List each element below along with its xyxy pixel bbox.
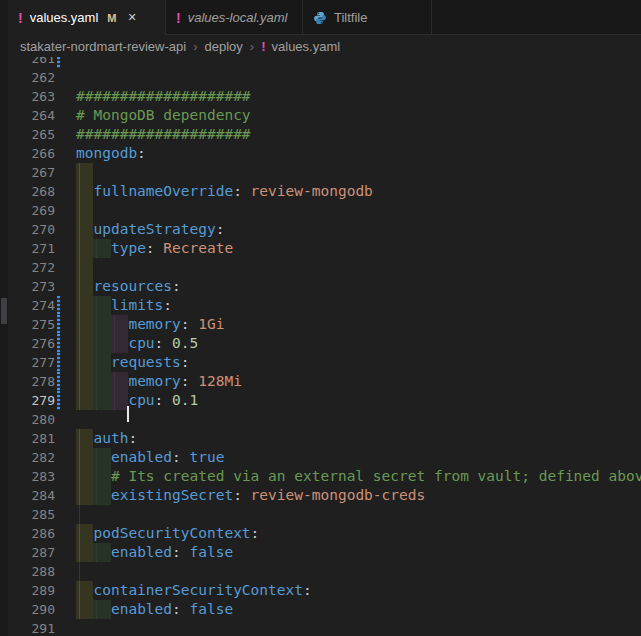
tab-values.yaml[interactable]: !values.yamlM✕ <box>8 0 166 35</box>
line-number: 275 <box>0 315 55 334</box>
code-line-278[interactable]: 278 memory: 128Mi <box>0 372 641 391</box>
code-line-272[interactable]: 272 <box>0 258 641 277</box>
code-token: podSecurityContext <box>93 525 250 541</box>
line-number: 287 <box>0 543 55 562</box>
code-line-286[interactable]: 286 podSecurityContext: <box>0 524 641 543</box>
line-number: 285 <box>0 505 55 524</box>
line-content: type: Recreate <box>76 239 233 258</box>
indent-highlight <box>76 524 93 543</box>
code-token: limits <box>111 297 163 313</box>
code-token: : <box>303 582 312 598</box>
code-line-276[interactable]: 276 cpu: 0.5 <box>0 334 641 353</box>
gutter-spacer <box>57 619 60 636</box>
gutter-spacer <box>57 258 60 277</box>
code-token: : <box>163 297 172 313</box>
indent-highlight <box>93 239 110 258</box>
gutter-spacer <box>57 201 60 220</box>
code-token: 0.5 <box>163 335 198 351</box>
line-content <box>76 562 80 581</box>
code-line-267[interactable]: 267 <box>0 163 641 182</box>
tab-label: Tiltfile <box>334 10 367 25</box>
code-token: : <box>128 430 137 446</box>
code-line-269[interactable]: 269 <box>0 201 641 220</box>
code-token: : <box>172 449 181 465</box>
code-line-264[interactable]: 264# MongoDB dependency <box>0 106 641 125</box>
code-line-290[interactable]: 290 enabled: false <box>0 600 641 619</box>
line-number: 273 <box>0 277 55 296</box>
code-line-262[interactable]: 262 <box>0 68 641 87</box>
line-number: 276 <box>0 334 55 353</box>
code-line-274[interactable]: 274 limits: <box>0 296 641 315</box>
breadcrumb-label: stakater-nordmart-review-api <box>20 39 186 54</box>
modified-line-indicator <box>57 353 60 372</box>
line-content: # Its created via an external secret fro… <box>76 467 641 486</box>
code-line-288[interactable]: 288 <box>0 562 641 581</box>
line-content: requests: <box>76 353 190 372</box>
code-token: # Its created via an external secret fro… <box>111 468 641 484</box>
code-token: fullnameOverride <box>93 183 233 199</box>
line-content: fullnameOverride: review-mongodb <box>76 182 373 201</box>
code-token: : <box>216 221 225 237</box>
line-content: # MongoDB dependency <box>76 106 251 125</box>
line-content <box>76 505 80 524</box>
code-line-281[interactable]: 281 auth: <box>0 429 641 448</box>
gutter-spacer <box>57 600 60 619</box>
breadcrumb-item-deploy[interactable]: deploy <box>205 39 243 54</box>
code-token: Recreate <box>155 240 234 256</box>
modified-line-indicator <box>57 391 60 410</box>
indent-highlight <box>93 334 110 353</box>
code-line-291[interactable]: 291 <box>0 619 641 636</box>
code-line-285[interactable]: 285 <box>0 505 641 524</box>
code-token: : <box>251 525 260 541</box>
breadcrumb-item-stakater-nordmart-review-api[interactable]: stakater-nordmart-review-api <box>20 39 186 54</box>
indent-highlight <box>93 448 110 467</box>
code-line-275[interactable]: 275 memory: 1Gi <box>0 315 641 334</box>
close-icon[interactable]: ✕ <box>127 11 136 24</box>
line-number: 286 <box>0 524 55 543</box>
line-number: 269 <box>0 201 55 220</box>
line-number: 283 <box>0 467 55 486</box>
code-token: #################### <box>76 88 251 104</box>
code-line-261[interactable]: 261 <box>0 57 641 68</box>
code-line-280[interactable]: 280 <box>0 410 641 429</box>
indent-highlight <box>111 372 128 391</box>
line-content: enabled: true <box>76 448 224 467</box>
code-line-279[interactable]: 279 cpu: 0.1 <box>0 391 641 410</box>
code-line-273[interactable]: 273 resources: <box>0 277 641 296</box>
code-line-266[interactable]: 266mongodb: <box>0 144 641 163</box>
code-line-270[interactable]: 270 updateStrategy: <box>0 220 641 239</box>
code-line-283[interactable]: 283 # Its created via an external secret… <box>0 467 641 486</box>
code-line-263[interactable]: 263#################### <box>0 87 641 106</box>
code-line-289[interactable]: 289 containerSecurityContext: <box>0 581 641 600</box>
indent-highlight <box>76 182 93 201</box>
code-token: : <box>137 145 146 161</box>
line-content: enabled: false <box>76 600 233 619</box>
indent-highlight <box>76 220 93 239</box>
code-token: existingSecret <box>111 487 233 503</box>
tab-Tiltfile[interactable]: Tiltfile <box>303 0 432 35</box>
indent-highlight <box>76 429 93 448</box>
indent-highlight <box>76 600 93 619</box>
tab-values-local.yaml[interactable]: !values-local.yaml <box>166 0 303 35</box>
line-number: 264 <box>0 106 55 125</box>
indent-highlight <box>93 372 110 391</box>
code-token: true <box>181 449 225 465</box>
line-number: 284 <box>0 486 55 505</box>
gutter-spacer <box>57 448 60 467</box>
code-line-265[interactable]: 265#################### <box>0 125 641 144</box>
left-scrollbar[interactable] <box>0 0 8 636</box>
indent-highlight <box>76 258 93 277</box>
code-line-271[interactable]: 271 type: Recreate <box>0 239 641 258</box>
code-line-282[interactable]: 282 enabled: true <box>0 448 641 467</box>
scrollbar-thumb[interactable] <box>1 298 7 324</box>
code-line-287[interactable]: 287 enabled: false <box>0 543 641 562</box>
code-line-284[interactable]: 284 existingSecret: review-mongodb-creds <box>0 486 641 505</box>
code-line-277[interactable]: 277 requests: <box>0 353 641 372</box>
gutter-spacer <box>57 182 60 201</box>
breadcrumb-item-values.yaml[interactable]: ! values.yaml <box>261 39 340 54</box>
line-content: resources: <box>76 277 181 296</box>
code-token: review-mongodb-creds <box>242 487 425 503</box>
editor-area[interactable]: 261262263####################264# MongoD… <box>0 57 641 636</box>
code-token: : <box>172 278 181 294</box>
code-line-268[interactable]: 268 fullnameOverride: review-mongodb <box>0 182 641 201</box>
